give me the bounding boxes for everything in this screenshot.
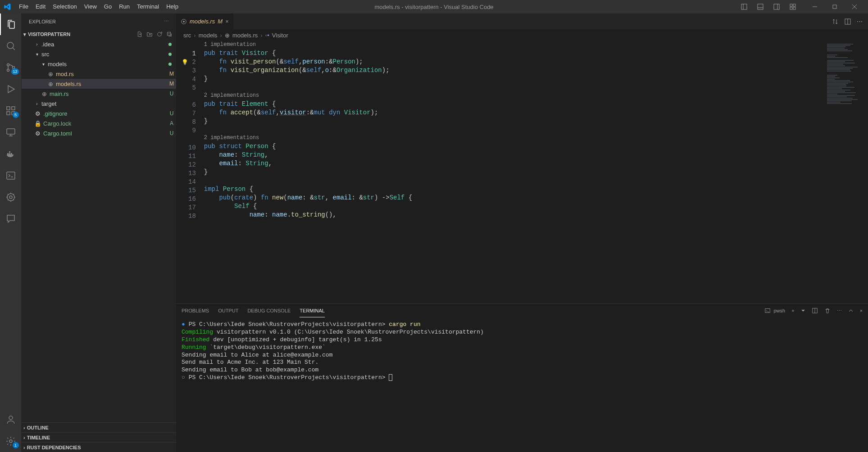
maximize-panel-icon[interactable] xyxy=(848,308,854,313)
activity-settings[interactable]: 1 xyxy=(0,430,22,452)
svg-rect-9 xyxy=(793,7,795,9)
panel-tab-output[interactable]: OUTPUT xyxy=(218,304,238,317)
activity-search[interactable] xyxy=(0,35,22,57)
menu-selection[interactable]: Selection xyxy=(49,0,80,14)
menu-bar: FileEditSelectionViewGoRunTerminalHelp xyxy=(15,0,182,14)
sidebar-more-icon[interactable]: ⋯ xyxy=(164,18,169,24)
activity-remote[interactable] xyxy=(0,122,22,143)
terminal-dropdown-icon[interactable] xyxy=(801,308,805,313)
new-file-icon[interactable] xyxy=(136,31,143,37)
close-button[interactable] xyxy=(845,0,864,14)
svg-point-14 xyxy=(7,42,14,49)
svg-rect-11 xyxy=(833,5,836,9)
sidebar-section-timeline[interactable]: ›TIMELINE xyxy=(22,432,176,442)
sidebar-section-outline[interactable]: ›OUTLINE xyxy=(22,422,176,432)
new-terminal-icon[interactable]: + xyxy=(791,308,794,313)
svg-rect-23 xyxy=(7,129,15,134)
close-panel-icon[interactable]: × xyxy=(860,308,863,313)
svg-rect-30 xyxy=(7,172,15,179)
svg-rect-20 xyxy=(7,112,10,115)
file-Cargo-lock[interactable]: 🔒Cargo.lockA xyxy=(22,118,176,128)
menu-go[interactable]: Go xyxy=(100,0,115,14)
file-tree: ›.idea▾src▾models⊕mod.rsM⊕models.rsM⊕mai… xyxy=(22,39,176,422)
activity-run-debug[interactable] xyxy=(0,78,22,100)
split-terminal-icon[interactable] xyxy=(812,307,818,314)
terminal-cursor xyxy=(389,374,392,381)
file--gitignore[interactable]: ⚙.gitignoreU xyxy=(22,108,176,118)
activity-explorer[interactable] xyxy=(0,14,22,35)
file-models-rs[interactable]: ⊕models.rsM xyxy=(22,79,176,89)
activity-accounts[interactable] xyxy=(0,409,22,430)
menu-file[interactable]: File xyxy=(15,0,32,14)
sidebar-section-rust-dependencies[interactable]: ›RUST DEPENDENCIES xyxy=(22,442,176,452)
activity-docker[interactable] xyxy=(0,143,22,165)
activity-source-control[interactable]: 12 xyxy=(0,57,22,78)
folder--idea[interactable]: ›.idea xyxy=(22,39,176,49)
folder-target[interactable]: ›target xyxy=(22,99,176,108)
svg-rect-6 xyxy=(790,4,792,6)
activity-chat[interactable] xyxy=(0,208,22,230)
file-mod-rs[interactable]: ⊕mod.rsM xyxy=(22,69,176,79)
folder-src[interactable]: ▾src xyxy=(22,49,176,59)
source-control-badge: 12 xyxy=(11,68,18,75)
lightbulb-icon[interactable]: 💡 xyxy=(182,59,188,66)
svg-rect-0 xyxy=(741,4,747,9)
svg-point-34 xyxy=(9,440,12,443)
rust-file-icon: ⊕ xyxy=(225,32,230,39)
split-editor-icon[interactable] xyxy=(844,18,851,25)
folder-models[interactable]: ▾models xyxy=(22,59,176,69)
layout-panel-icon[interactable] xyxy=(753,0,768,14)
bottom-panel: PROBLEMSOUTPUTDEBUG CONSOLETERMINAL pwsh… xyxy=(176,303,868,452)
tree-item-label: .gitignore xyxy=(43,110,165,117)
panel-tab-terminal[interactable]: TERMINAL xyxy=(300,304,325,317)
new-folder-icon[interactable] xyxy=(146,31,153,37)
maximize-button[interactable] xyxy=(825,0,845,14)
activity-extensions[interactable]: 5 xyxy=(0,100,22,122)
tab-label: models.rs xyxy=(190,18,215,25)
minimize-button[interactable] xyxy=(805,0,825,14)
activity-rust-analyzer[interactable] xyxy=(0,186,22,208)
kill-terminal-icon[interactable] xyxy=(824,307,831,314)
file-Cargo-toml[interactable]: ⚙Cargo.tomlU xyxy=(22,128,176,138)
project-header[interactable]: ▾VISITORPATTERN xyxy=(22,29,176,39)
editor-more-icon[interactable]: ⋯ xyxy=(857,18,863,25)
menu-run[interactable]: Run xyxy=(115,0,133,14)
tree-item-label: models xyxy=(48,61,167,68)
git-status: A xyxy=(167,120,176,127)
file-main-rs[interactable]: ⊕main.rsU xyxy=(22,89,176,99)
layout-sidebar-left-icon[interactable] xyxy=(736,0,752,14)
breadcrumbs[interactable]: src› models› ⊕ models.rs› ◦• Visitor xyxy=(176,29,868,41)
collapse-all-icon[interactable] xyxy=(166,31,173,37)
minimap[interactable] xyxy=(825,41,868,303)
tree-item-label: main.rs xyxy=(50,90,165,97)
git-status: U xyxy=(167,130,176,136)
activity-bar: 12 5 1 xyxy=(0,14,22,452)
activity-terminal[interactable] xyxy=(0,165,22,186)
project-name: VISITORPATTERN xyxy=(28,32,70,37)
compare-changes-icon[interactable] xyxy=(832,18,839,25)
svg-rect-7 xyxy=(793,4,795,6)
tree-item-label: target xyxy=(41,100,165,107)
menu-edit[interactable]: Edit xyxy=(32,0,49,14)
customize-layout-icon[interactable] xyxy=(785,0,800,14)
titlebar: FileEditSelectionViewGoRunTerminalHelp m… xyxy=(0,0,868,14)
menu-help[interactable]: Help xyxy=(163,0,182,14)
layout-sidebar-right-icon[interactable] xyxy=(769,0,784,14)
refresh-icon[interactable] xyxy=(156,31,163,37)
git-modified-dot-icon xyxy=(168,63,172,66)
editor-content[interactable]: 1💡 2345 6789 101112131415161718 1 implem… xyxy=(176,41,868,303)
menu-view[interactable]: View xyxy=(81,0,100,14)
tab-models-rs[interactable]: models.rs M × xyxy=(176,14,234,29)
panel-tab-problems[interactable]: PROBLEMS xyxy=(182,304,209,317)
git-modified-dot-icon xyxy=(168,43,172,46)
svg-rect-26 xyxy=(7,153,9,154)
tab-close-icon[interactable]: × xyxy=(225,18,229,25)
terminal-output[interactable]: ● PS C:\Users\Iede Snoek\RustroverProjec… xyxy=(176,317,868,452)
svg-rect-4 xyxy=(774,4,779,9)
tab-status: M xyxy=(218,18,223,25)
panel-more-icon[interactable]: ⋯ xyxy=(837,308,842,314)
svg-rect-29 xyxy=(9,151,10,153)
terminal-shell-label[interactable]: pwsh xyxy=(764,307,785,314)
menu-terminal[interactable]: Terminal xyxy=(133,0,163,14)
panel-tab-debug-console[interactable]: DEBUG CONSOLE xyxy=(247,304,291,317)
